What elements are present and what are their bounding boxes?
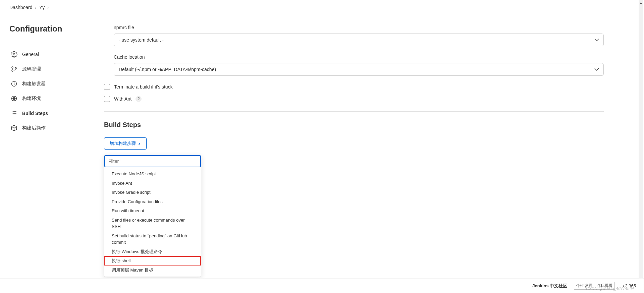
svg-point-0 [13,54,15,55]
sidebar-item-label: Build Steps [22,111,48,116]
dropdown-item[interactable]: 调用顶层 Maven 目标 [104,266,201,275]
breadcrumb: Dashboard › Yy › [0,0,644,15]
add-step-label: 增加构建步骤 [110,140,136,146]
sidebar-item-label: General [22,52,39,57]
clock-icon [11,80,17,87]
sidebar-item-label: 源码管理 [22,66,41,72]
footer-community-link[interactable]: Jenkins 中文社区 [532,283,567,289]
dropdown-item[interactable]: Invoke Gradle script [104,188,201,197]
sidebar-item-environment[interactable]: 构建环境 [9,91,95,106]
add-build-step-button[interactable]: 增加构建步骤 ▲ [104,137,147,150]
dropdown-item[interactable]: Set build status to "pending" on GitHub … [104,231,201,247]
withant-checkbox[interactable] [104,96,110,102]
footer: Jenkins 中文社区 个性设置 点我看看 s 2.365 [0,278,644,293]
npmrc-label: npmrc file [114,25,604,30]
caret-up-icon: ▲ [138,142,141,145]
sidebar-item-triggers[interactable]: 构建触发器 [9,76,95,91]
content-area: npmrc file - use system default - Cache … [104,15,644,293]
npmrc-select[interactable]: - use system default - [114,34,604,46]
sidebar-item-scm[interactable]: 源码管理 [9,62,95,76]
dropdown-item[interactable]: Send files or execute commands over SSH [104,216,201,231]
cache-select[interactable]: Default (~/.npm or %APP_DATA%\npm-cache) [114,63,604,76]
sidebar-item-build-steps[interactable]: Build Steps [9,106,95,121]
divider [104,111,604,112]
page-title: Configuration [9,24,95,34]
dropdown-item[interactable]: Invoke Ant [104,179,201,188]
chevron-right-icon: › [35,5,37,10]
sidebar-item-general[interactable]: General [9,47,95,62]
gear-icon [11,51,17,58]
scrollbar[interactable]: ▲ ▼ [639,0,643,293]
filter-input[interactable] [104,155,201,167]
sidebar-item-post-build[interactable]: 构建后操作 [9,121,95,135]
dropdown-item[interactable]: Run with timeout [104,206,201,216]
svg-point-3 [15,67,16,69]
chevron-right-icon: › [47,5,49,10]
svg-point-1 [12,67,13,68]
cache-label: Cache location [114,54,604,60]
scroll-up-arrow[interactable]: ▲ [639,0,643,5]
sidebar-item-label: 构建环境 [22,96,41,102]
terminate-checkbox[interactable] [104,84,110,90]
watermark: CSDN @weixin_46774564 [586,286,634,291]
sidebar-item-label: 构建触发器 [22,81,46,87]
breadcrumb-item-project[interactable]: Yy [39,5,45,10]
dropdown-item-execute-shell[interactable]: 执行 shell [104,256,201,266]
dropdown-item[interactable]: Execute NodeJS script [104,169,201,179]
package-icon [11,125,17,131]
list-icon [11,110,17,117]
svg-point-2 [12,70,13,71]
withant-label: With Ant [114,96,131,102]
sidebar-item-label: 构建后操作 [22,125,46,131]
terminate-label: Terminate a build if it's stuck [114,84,173,90]
sidebar: Configuration General 源码管理 构建触发器 [0,15,104,293]
branch-icon [11,66,17,72]
globe-icon [11,95,17,102]
help-icon[interactable]: ? [136,96,142,102]
build-step-dropdown: Execute NodeJS script Invoke Ant Invoke … [104,155,201,277]
build-steps-title: Build Steps [104,121,604,129]
dropdown-item[interactable]: 执行 Windows 批处理命令 [104,247,201,256]
dropdown-item[interactable]: Provide Configuration files [104,197,201,207]
breadcrumb-item-dashboard[interactable]: Dashboard [9,5,33,10]
